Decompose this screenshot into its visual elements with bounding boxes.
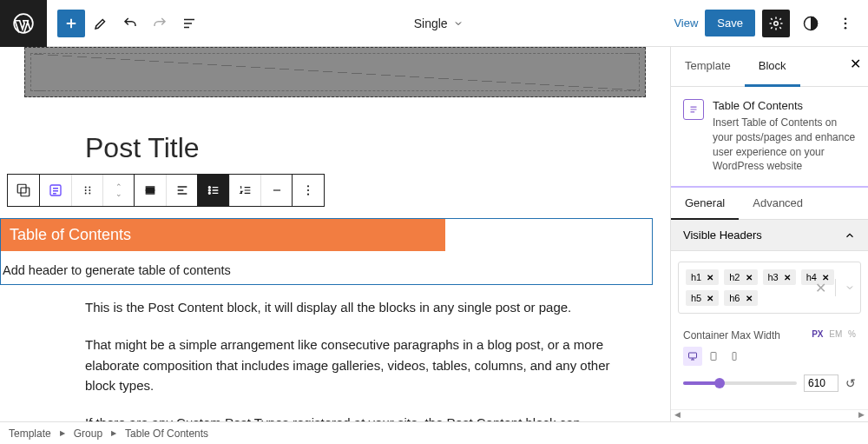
tab-template[interactable]: Template xyxy=(671,47,745,86)
sidebar-scrollbar[interactable]: ◀▶ xyxy=(671,409,868,421)
svg-point-17 xyxy=(208,189,210,191)
toc-hint: Add header to generate table of contents xyxy=(1,251,652,284)
block-description: Insert Table of Contents on your posts/p… xyxy=(713,116,856,174)
svg-rect-23 xyxy=(711,353,716,361)
svg-point-1 xyxy=(774,21,779,25)
list-bullet-button[interactable] xyxy=(198,175,229,206)
svg-point-11 xyxy=(84,189,86,191)
toc-block-icon xyxy=(683,99,704,120)
post-content: This is the Post Content block, it will … xyxy=(85,297,618,421)
undo-button[interactable] xyxy=(116,10,144,37)
subtab-general[interactable]: General xyxy=(671,188,739,220)
block-more-options[interactable] xyxy=(293,175,324,206)
settings-button[interactable] xyxy=(762,10,790,37)
svg-point-3 xyxy=(845,17,847,20)
header-tag[interactable]: h1✕ xyxy=(686,269,719,285)
chevron-right-icon: ▶ xyxy=(60,429,65,437)
svg-rect-24 xyxy=(733,353,736,361)
device-desktop-button[interactable] xyxy=(683,347,702,366)
breadcrumb-item[interactable]: Table Of Contents xyxy=(125,427,208,440)
width-slider[interactable] xyxy=(683,381,797,385)
close-sidebar-button[interactable]: ✕ xyxy=(850,56,861,72)
device-tablet-button[interactable] xyxy=(704,347,723,366)
svg-point-5 xyxy=(845,26,847,29)
save-button[interactable]: Save xyxy=(705,10,755,36)
document-type-label: Single xyxy=(414,17,448,30)
settings-sidebar: Template Block ✕ Table Of Contents Inser… xyxy=(670,47,868,421)
svg-point-20 xyxy=(307,189,309,191)
width-label: Container Max Width xyxy=(683,329,780,341)
document-type-selector[interactable]: Single xyxy=(203,17,674,30)
editor-canvas[interactable]: Post Title ⌃⌄ xyxy=(0,47,670,421)
editor-topbar: Single View Save xyxy=(0,0,868,47)
list-numbered-button[interactable] xyxy=(229,175,260,206)
add-block-button[interactable] xyxy=(57,10,85,37)
header-tag[interactable]: h2✕ xyxy=(724,269,757,285)
subtab-advanced[interactable]: Advanced xyxy=(739,188,817,219)
unit-px[interactable]: PX xyxy=(812,329,823,339)
drag-handle[interactable] xyxy=(71,175,102,206)
block-name: Table Of Contents xyxy=(713,99,856,112)
svg-rect-15 xyxy=(146,188,154,192)
header-tag[interactable]: h5✕ xyxy=(686,290,719,306)
styles-button[interactable] xyxy=(797,10,825,37)
chevron-down-icon[interactable] xyxy=(845,282,855,293)
chevron-right-icon: ▶ xyxy=(111,429,116,437)
post-title[interactable]: Post Title xyxy=(85,132,670,164)
chevron-down-icon xyxy=(453,18,464,29)
align-button[interactable] xyxy=(135,175,166,206)
remove-tag-icon[interactable]: ✕ xyxy=(746,273,753,282)
svg-point-18 xyxy=(208,192,210,194)
list-view-button[interactable] xyxy=(175,10,203,37)
paragraph[interactable]: That might be a simple arrangement like … xyxy=(85,335,618,395)
header-tag[interactable]: h6✕ xyxy=(724,290,757,306)
block-breadcrumb: Template ▶ Group ▶ Table Of Contents xyxy=(0,421,868,444)
svg-point-21 xyxy=(307,194,309,195)
svg-point-19 xyxy=(307,185,309,187)
svg-point-0 xyxy=(14,14,33,33)
tab-block[interactable]: Block xyxy=(745,47,800,87)
remove-tag-icon[interactable]: ✕ xyxy=(784,273,791,282)
unit-em[interactable]: EM xyxy=(829,329,842,339)
svg-point-9 xyxy=(84,187,86,189)
block-type-button[interactable] xyxy=(40,175,71,206)
clear-tags-icon[interactable]: ✕ xyxy=(815,280,826,296)
chevron-up-icon xyxy=(844,229,856,242)
reset-width-button[interactable]: ↺ xyxy=(845,376,856,390)
wordpress-logo[interactable] xyxy=(0,0,47,47)
width-input[interactable] xyxy=(804,374,838,392)
select-parent-button[interactable] xyxy=(8,175,39,206)
remove-button[interactable] xyxy=(260,175,292,206)
svg-rect-6 xyxy=(17,184,26,193)
more-options-button[interactable] xyxy=(832,10,859,37)
text-align-button[interactable] xyxy=(166,175,197,206)
visible-headers-field[interactable]: h1✕ h2✕ h3✕ h4✕ h5✕ h6✕ ✕ xyxy=(678,262,861,314)
edit-button[interactable] xyxy=(87,10,115,37)
section-visible-headers[interactable]: Visible Headers xyxy=(671,220,868,251)
svg-point-13 xyxy=(84,193,86,195)
toc-heading[interactable]: Table of Contents xyxy=(1,219,445,251)
paragraph[interactable]: This is the Post Content block, it will … xyxy=(85,297,618,317)
redo-button[interactable] xyxy=(146,10,174,37)
remove-tag-icon[interactable]: ✕ xyxy=(707,273,713,282)
svg-rect-7 xyxy=(21,188,30,196)
svg-point-12 xyxy=(89,189,90,191)
remove-tag-icon[interactable]: ✕ xyxy=(707,294,713,303)
block-toolbar: ⌃⌄ xyxy=(7,174,325,207)
view-link[interactable]: View xyxy=(674,17,698,30)
unit-percent[interactable]: % xyxy=(848,329,856,339)
breadcrumb-item[interactable]: Template xyxy=(9,427,51,440)
breadcrumb-item[interactable]: Group xyxy=(74,427,102,440)
svg-point-4 xyxy=(845,22,847,24)
remove-tag-icon[interactable]: ✕ xyxy=(746,294,753,303)
featured-image-placeholder[interactable] xyxy=(24,47,646,97)
device-mobile-button[interactable] xyxy=(725,347,744,366)
svg-point-16 xyxy=(208,187,210,189)
header-tag[interactable]: h3✕ xyxy=(763,269,796,285)
paragraph[interactable]: If there are any Custom Post Types regis… xyxy=(85,413,618,421)
svg-point-10 xyxy=(89,187,90,189)
toc-block[interactable]: Table of Contents Add header to generate… xyxy=(0,218,653,285)
svg-rect-22 xyxy=(689,353,697,358)
move-buttons[interactable]: ⌃⌄ xyxy=(102,175,134,206)
svg-point-14 xyxy=(89,193,90,195)
